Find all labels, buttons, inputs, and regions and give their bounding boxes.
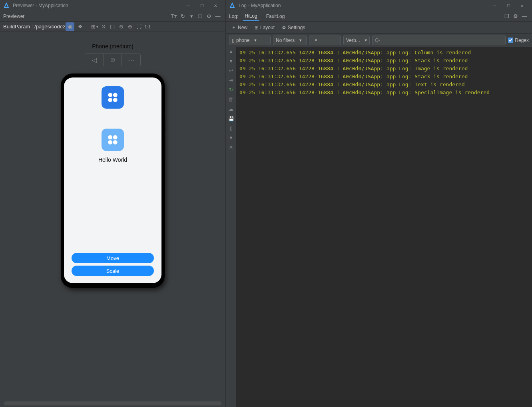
svg-point-2	[108, 98, 112, 102]
log-body: ▲ ▼ ↩ ⇥ ↻ 🗑 ☁ 💾 ▯ ▼ ✕ 09-25 16:31:32.655…	[226, 47, 532, 407]
previewer-titlebar: Previewer - MyApplication ─ ☐ ✕	[0, 0, 225, 11]
phone-icon: ▯	[232, 38, 235, 43]
tab-hilog[interactable]: HiLog	[243, 12, 259, 21]
refresh-icon[interactable]: ↻	[178, 12, 187, 21]
device-label: Phone (medium)	[92, 43, 133, 50]
log-action-bar: ＋New ⊞Layout ⚙Settings	[226, 22, 532, 34]
inspect-icon[interactable]: ◉	[66, 22, 74, 31]
scale-button[interactable]: Scale	[72, 266, 154, 276]
wrap-icon[interactable]: ↩	[227, 67, 235, 74]
log-label: Log:	[229, 14, 238, 19]
svg-point-3	[113, 98, 118, 102]
phone-frame: Hello World Move Scale	[61, 73, 165, 288]
back-icon[interactable]: ◁	[85, 54, 104, 66]
filter-dropdown[interactable]: No filters ▼	[273, 36, 307, 45]
grid-icon[interactable]: ⊞▾	[90, 22, 99, 31]
font-icon[interactable]: Tᴛ	[169, 12, 178, 21]
close-icon[interactable]: ✕	[227, 144, 235, 151]
new-window-icon[interactable]: ❐	[196, 12, 205, 21]
maximize-button[interactable]: ☐	[502, 2, 515, 10]
regex-check-input[interactable]	[508, 38, 513, 43]
one-to-one-icon[interactable]: 1:1	[143, 22, 152, 31]
scroll-up-icon[interactable]: ▲	[227, 48, 235, 55]
log-gutter: ▲ ▼ ↩ ⇥ ↻ 🗑 ☁ 💾 ▯ ▼ ✕	[226, 47, 236, 407]
previewer-title: Previewer - MyApplication	[13, 3, 68, 8]
tag-dropdown[interactable]: ▼	[309, 36, 341, 45]
settings-icon[interactable]: ⚙	[205, 12, 213, 21]
previewer-pane: Previewer - MyApplication ─ ☐ ✕ Previewe…	[0, 0, 226, 407]
build-param-text: BuildParam : /pages/code2	[3, 24, 66, 30]
hello-text: Hello World	[98, 157, 127, 163]
save-icon[interactable]: 💾	[227, 115, 235, 122]
svg-point-5	[113, 135, 118, 139]
zoom-out-icon[interactable]: ⊖	[117, 22, 126, 31]
close-button[interactable]: ✕	[209, 2, 222, 10]
phone-side-button	[165, 137, 166, 160]
fit-icon[interactable]: ⛶	[134, 22, 143, 31]
app-icon-light	[102, 129, 124, 151]
hide-icon[interactable]: —	[213, 12, 222, 21]
zoom-in-icon[interactable]: ⊕	[126, 22, 134, 31]
minimize-button[interactable]: ─	[488, 2, 502, 10]
device-dropdown[interactable]: ▯ phone ▼	[229, 36, 271, 45]
plus-icon: ＋	[231, 24, 236, 31]
search-input[interactable]: Q-	[372, 36, 506, 45]
grid-icon: ⊞	[255, 25, 259, 30]
new-window-icon[interactable]: ❐	[502, 12, 511, 21]
close-button[interactable]: ✕	[515, 2, 529, 10]
previewer-sub-toolbar: Previewer Tᴛ ↻ ▾ ❐ ⚙ —	[0, 11, 225, 22]
move-button[interactable]: Move	[72, 253, 154, 263]
svg-point-4	[108, 135, 112, 139]
more-icon[interactable]: ⋯	[122, 54, 140, 66]
log-titlebar: Log - MyApplication ─ ☐ ✕	[226, 0, 532, 11]
panel-label: Previewer	[3, 14, 24, 19]
cloud-icon[interactable]: ☁	[227, 105, 235, 113]
log-pane: Log - MyApplication ─ ☐ ✕ Log: HiLog Fau…	[226, 0, 532, 407]
gear-icon: ⚙	[282, 25, 286, 30]
settings-button[interactable]: ⚙Settings	[279, 23, 307, 32]
phone-side-button	[165, 117, 166, 132]
svg-point-7	[113, 140, 118, 145]
level-dropdown[interactable]: Verb... ▼	[343, 36, 370, 45]
restart-icon[interactable]: ↻	[227, 86, 235, 93]
app-icon-dark	[102, 86, 124, 109]
tab-faultlog[interactable]: FaultLog	[266, 14, 285, 19]
layers-icon[interactable]: ❖	[76, 22, 85, 31]
regex-checkbox[interactable]: Regex	[508, 38, 529, 43]
maximize-button[interactable]: ☐	[195, 2, 209, 10]
rotate-icon[interactable]: ⎚	[104, 54, 122, 66]
funnel-icon[interactable]: ▼	[227, 134, 235, 141]
trash-icon[interactable]: 🗑	[227, 96, 235, 103]
filter-bar: ▯ phone ▼ No filters ▼ ▼ Verb... ▼ Q- Re…	[226, 34, 532, 47]
preview-area: Phone (medium) ◁ ⎚ ⋯ Hello World Move Sc…	[0, 32, 225, 407]
phone-screen: Hello World Move Scale	[64, 77, 161, 283]
log-title: Log - MyApplication	[239, 3, 281, 8]
device-icon[interactable]: ▯	[227, 125, 235, 132]
minimize-button[interactable]: ─	[181, 2, 195, 10]
export-icon[interactable]: ⇥	[227, 77, 235, 84]
layout-button[interactable]: ⊞Layout	[252, 23, 277, 32]
crop-icon[interactable]: ⬚	[108, 22, 117, 31]
app-logo-icon	[229, 2, 235, 9]
svg-point-6	[108, 140, 112, 145]
horizontal-scrollbar[interactable]	[4, 401, 221, 405]
log-output[interactable]: 09-25 16:31:32.655 14228-16884 I A0c0d0/…	[236, 47, 532, 407]
svg-point-0	[108, 93, 112, 97]
app-logo-icon	[3, 2, 10, 9]
svg-point-1	[113, 93, 118, 97]
new-button[interactable]: ＋New	[229, 23, 250, 32]
device-controls: ◁ ⎚ ⋯	[85, 54, 141, 66]
build-param-bar: BuildParam : /pages/code2 ◉ ❖ ⊞▾ ⤮ ⬚ ⊖ ⊕…	[0, 22, 225, 32]
hide-icon[interactable]: —	[520, 12, 529, 21]
log-sub-toolbar: Log: HiLog FaultLog ❐ ⚙ —	[226, 11, 532, 22]
orientation-icon[interactable]: ⤮	[99, 22, 108, 31]
settings-icon[interactable]: ⚙	[511, 12, 520, 21]
filter-icon[interactable]: ▾	[187, 12, 196, 21]
scroll-down-icon[interactable]: ▼	[227, 58, 235, 65]
